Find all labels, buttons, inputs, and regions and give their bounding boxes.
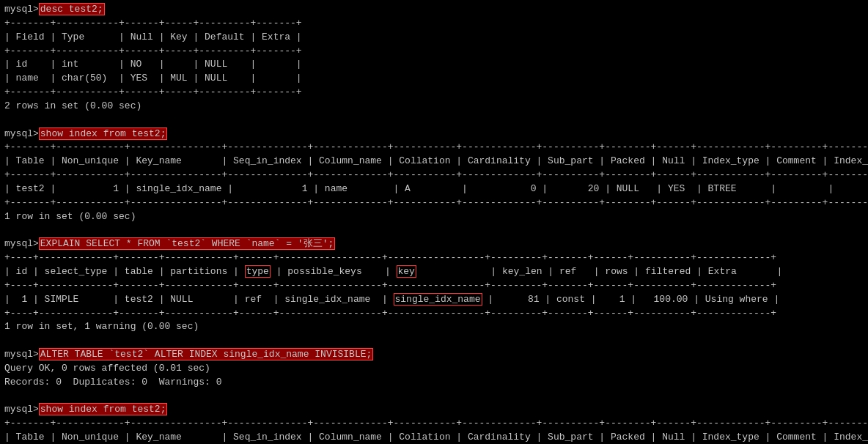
prompt3: mysql> [4,238,39,249]
line-alter: mysql>ALTER TABLE `test2` ALTER INDEX si… [4,348,864,362]
explain-result-1: 1 row in set, 1 warning (0.00 sec) [4,320,864,334]
index-table-border-top: +-------+------------+----------------+-… [4,141,864,155]
cmd-show-index-1: show index from test2; [39,127,168,140]
blank-1 [4,114,864,127]
key-header-1: key [397,265,416,278]
explain-table-border-top: +----+-------------+-------+------------… [4,251,864,265]
index-table2-border-top: +-------+------------+----------------+-… [4,417,864,431]
table-desc-border-mid: +-------+-----------+------+-----+------… [4,45,864,59]
cmd-desc: desc test2; [39,3,105,15]
line-explain-1: mysql>EXPLAIN SELECT * FROM `test2` WHER… [4,237,864,251]
index-result-1: 1 row in set (0.00 sec) [4,210,864,224]
index-table2-header: | Table | Non_unique | Key_name | Seq_in… [4,431,864,444]
prompt: mysql> [4,4,39,15]
terminal: mysql>desc test2; +-------+-----------+-… [0,0,868,444]
blank-4 [4,390,864,404]
cmd-explain-1: EXPLAIN SELECT * FROM `test2` WHERE `nam… [39,237,335,250]
table-desc-header: | Field | Type | Null | Key | Default | … [4,31,864,45]
desc-result: 2 rows in set (0.00 sec) [4,100,864,114]
cmd-show-index-2: show index from test2; [39,403,168,415]
line-show-index-1: mysql>show index from test2; [4,127,864,141]
explain-table-border-bot: +----+-------------+-------+------------… [4,307,864,321]
explain-table-header-1: | id | select_type | table | partitions … [4,265,864,279]
key-val-1: single_idx_name [394,293,482,306]
table-desc-row2: | name | char(50) | YES | MUL | NULL | | [4,72,864,86]
blank-3 [4,334,864,348]
index-table-border-mid: +-------+------------+----------------+-… [4,169,864,182]
alter-result-2: Records: 0 Duplicates: 0 Warnings: 0 [4,376,864,390]
cmd-alter: ALTER TABLE `test2` ALTER INDEX single_i… [39,348,373,360]
prompt5: mysql> [4,404,39,415]
index-table-border-bot: +-------+------------+----------------+-… [4,196,864,210]
alter-result-1: Query OK, 0 rows affected (0.01 sec) [4,362,864,376]
line-1: mysql>desc test2; [4,3,864,17]
index-table-row1: | test2 | 1 | single_idx_name | 1 | name… [4,182,864,196]
index-table-header: | Table | Non_unique | Key_name | Seq_in… [4,155,864,169]
prompt4: mysql> [4,349,39,360]
table-desc-border-bot: +-------+-----------+------+-----+------… [4,86,864,100]
table-desc-border-top: +-------+-----------+------+-----+------… [4,17,864,31]
line-show-index-2: mysql>show index from test2; [4,403,864,417]
type-header-1: type [245,265,271,278]
table-desc-row1: | id | int | NO | | NULL | | [4,58,864,72]
blank-2 [4,224,864,238]
explain-table-border-mid: +----+-------------+-------+------------… [4,279,864,293]
prompt2: mysql> [4,128,39,139]
explain-table-row1: | 1 | SIMPLE | test2 | NULL | ref | sing… [4,293,864,307]
